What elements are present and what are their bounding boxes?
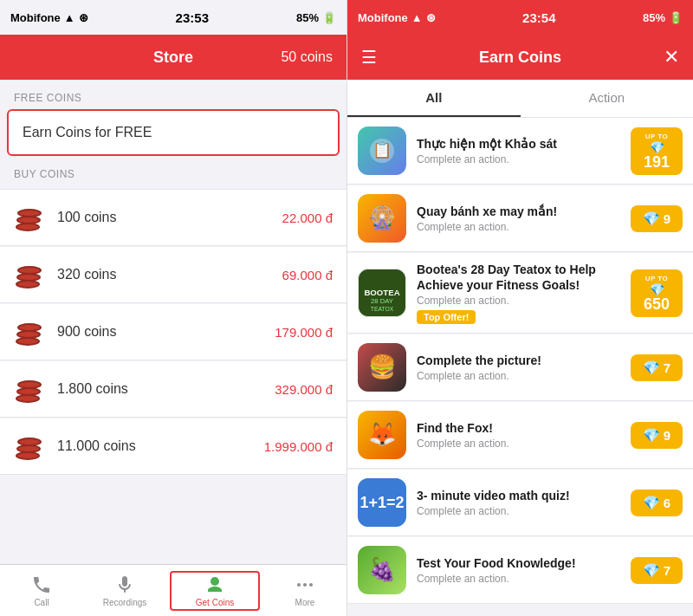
reward-btn-4[interactable]: 💎 7 — [631, 354, 683, 381]
svg-text:BOOTEA: BOOTEA — [364, 288, 399, 297]
offer-subtitle-7: Complete an action. — [417, 573, 620, 585]
offer-subtitle-1: Complete an action. — [417, 153, 620, 165]
offer-icon-3: BOOTEA 28 DAY TEATOX — [358, 269, 406, 317]
left-panel: Mobifone ▲ ⊛ 23:53 85% 🔋 Store 50 coins … — [0, 0, 346, 616]
hamburger-icon[interactable]: ☰ — [361, 47, 377, 68]
offer-title-5: Find the Fox! — [417, 420, 620, 436]
reward-diamond-7: 💎 — [643, 562, 660, 579]
offer-reward-1: UP TO 💎 191 — [631, 127, 683, 175]
nav-recordings-label: Recordings — [103, 598, 147, 607]
right-status-right: 85% 🔋 — [643, 11, 683, 24]
right-header-title: Earn Coins — [377, 49, 664, 67]
left-time: 23:53 — [176, 10, 209, 25]
offers-list: 📋 Thực hiện một Khảo sát Complete an act… — [347, 118, 693, 616]
coin-price-3: 329.000 đ — [275, 382, 333, 397]
offer-info-7: Test Your Food Knowledge! Complete an ac… — [417, 555, 620, 585]
offer-row-1[interactable]: 📋 Thực hiện một Khảo sát Complete an act… — [347, 118, 693, 185]
left-status-left: Mobifone ▲ ⊛ — [10, 11, 88, 24]
offer-info-4: Complete the picture! Complete an action… — [417, 353, 620, 382]
coin-amount-3: 1.800 coins — [57, 381, 262, 397]
buy-coins-row-4[interactable]: 11.000 coins 1.999.000 đ — [0, 418, 346, 475]
offer-row-2[interactable]: 🎡 Quay bánh xe may mắn! Complete an acti… — [347, 185, 693, 252]
earn-coins-button[interactable]: Earn Coins for FREE — [7, 109, 340, 156]
svg-text:🎡: 🎡 — [368, 204, 397, 231]
nav-recordings[interactable]: Recordings — [83, 574, 166, 607]
offer-icon-2: 🎡 — [358, 194, 406, 243]
offer-title-6: 3- minute video math quiz! — [417, 488, 620, 503]
phone-icon — [31, 574, 52, 595]
svg-text:28 DAY: 28 DAY — [371, 297, 393, 305]
nav-call[interactable]: Call — [0, 574, 83, 607]
svg-point-1 — [297, 583, 301, 587]
offer-subtitle-4: Complete an action. — [417, 370, 620, 382]
left-wifi-icon: ⊛ — [79, 11, 88, 24]
offer-reward-5: 💎 9 — [631, 422, 683, 449]
picture-icon: 🍔 — [366, 352, 398, 383]
left-carrier: Mobifone — [10, 11, 61, 24]
offer-title-3: Bootea's 28 Day Teatox to Help Achieve y… — [417, 262, 620, 293]
tabs-bar: All Action — [347, 80, 693, 118]
svg-text:TEATOX: TEATOX — [371, 306, 394, 312]
offer-info-3: Bootea's 28 Day Teatox to Help Achieve y… — [417, 262, 620, 324]
buy-coins-row-2[interactable]: 900 coins 179.000 đ — [0, 304, 346, 360]
offer-title-4: Complete the picture! — [417, 353, 620, 368]
right-status-left: Mobifone ▲ ⊛ — [358, 11, 436, 24]
offer-icon-4: 🍔 — [358, 343, 406, 392]
reward-value-6: 6 — [664, 496, 670, 510]
right-wifi-icon: ⊛ — [426, 11, 436, 24]
svg-text:📋: 📋 — [372, 140, 392, 159]
svg-point-2 — [303, 583, 307, 587]
buy-coins-row-3[interactable]: 1.800 coins 329.000 đ — [0, 361, 346, 418]
offer-row-7[interactable]: 🍇 Test Your Food Knowledge! Complete an … — [347, 537, 693, 604]
reward-diamond-5: 💎 — [643, 427, 660, 444]
reward-btn-3[interactable]: UP TO 💎 650 — [631, 269, 683, 317]
bottom-nav: Call Recordings Get Coins More — [0, 564, 346, 616]
coin-price-4: 1.999.000 đ — [264, 439, 333, 454]
offer-title-2: Quay bánh xe may mắn! — [417, 204, 620, 219]
reward-value-1: 191 — [644, 154, 670, 170]
coin-price-2: 179.000 đ — [275, 325, 333, 340]
nav-get-coins[interactable]: Get Coins — [170, 571, 260, 611]
coin-amount-0: 100 coins — [57, 210, 270, 225]
offer-subtitle-6: Complete an action. — [417, 505, 620, 517]
coin-icon-0 — [14, 202, 45, 233]
earn-coins-text: Earn Coins for FREE — [23, 125, 152, 139]
coin-icon-4 — [14, 431, 45, 462]
tab-action[interactable]: Action — [521, 80, 694, 117]
mic-icon — [114, 574, 135, 595]
offer-row-6[interactable]: 1+1=2 3- minute video math quiz! Complet… — [347, 470, 693, 536]
reward-btn-7[interactable]: 💎 7 — [631, 557, 683, 584]
offer-subtitle-2: Complete an action. — [417, 221, 620, 233]
reward-btn-1[interactable]: UP TO 💎 191 — [631, 127, 683, 175]
buy-coins-row-1[interactable]: 320 coins 69.000 đ — [0, 247, 346, 303]
offer-row-4[interactable]: 🍔 Complete the picture! Complete an acti… — [347, 334, 693, 401]
reward-value-2: 9 — [664, 211, 670, 226]
svg-text:1+1=2: 1+1=2 — [359, 494, 404, 511]
reward-btn-2[interactable]: 💎 9 — [631, 205, 683, 232]
right-signal-icon: ▲ — [411, 11, 423, 24]
reward-btn-5[interactable]: 💎 9 — [631, 422, 683, 449]
reward-btn-6[interactable]: 💎 6 — [631, 490, 683, 516]
tab-all[interactable]: All — [347, 80, 521, 117]
offer-info-5: Find the Fox! Complete an action. — [417, 420, 620, 450]
coin-amount-2: 900 coins — [57, 324, 262, 340]
offer-reward-6: 💎 6 — [631, 490, 683, 516]
survey-icon: 📋 — [366, 135, 398, 166]
close-icon[interactable]: ✕ — [664, 46, 679, 68]
reward-value-7: 7 — [664, 563, 670, 578]
reward-diamond-6: 💎 — [643, 495, 660, 511]
offer-row-3[interactable]: BOOTEA 28 DAY TEATOX Bootea's 28 Day Tea… — [347, 253, 693, 334]
right-battery-pct: 85% — [643, 11, 665, 24]
reward-upto-label-3: UP TO — [645, 275, 669, 282]
offer-reward-7: 💎 7 — [631, 557, 683, 584]
offer-badge-3: Top Offer! — [417, 310, 476, 324]
nav-more[interactable]: More — [263, 574, 346, 607]
offer-row-5[interactable]: 🦊 Find the Fox! Complete an action. 💎 9 — [347, 402, 693, 469]
reward-value-4: 7 — [664, 360, 670, 375]
more-icon — [295, 574, 315, 595]
left-battery-icon: 🔋 — [322, 11, 336, 24]
left-status-right: 85% 🔋 — [296, 11, 336, 24]
tab-action-label: Action — [588, 90, 625, 105]
svg-text:🍔: 🍔 — [368, 353, 397, 380]
buy-coins-row-0[interactable]: 100 coins 22.000 đ — [0, 189, 346, 246]
